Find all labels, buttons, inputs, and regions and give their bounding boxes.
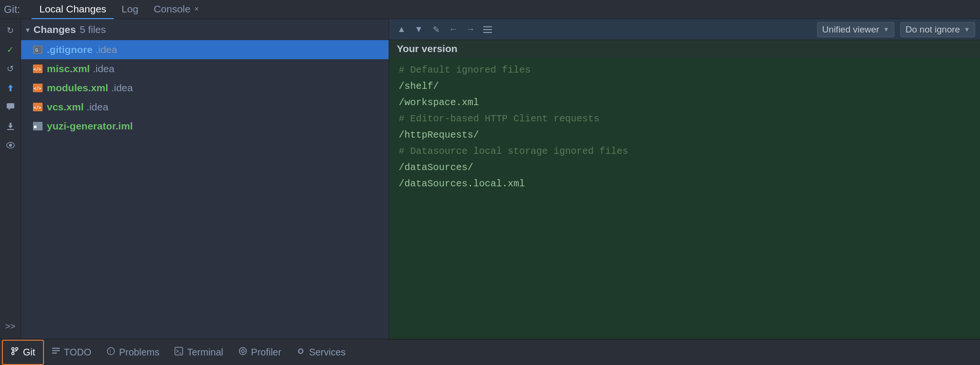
file-path-vcs: .idea [87,101,109,113]
chevron-icon: ▾ [26,25,30,34]
file-name-iml: yuzi-generator.iml [47,120,133,132]
comment-icon[interactable] [2,98,19,116]
svg-text:</>: </> [33,105,42,110]
svg-rect-20 [52,348,60,349]
todo-tab[interactable]: TODO [44,340,99,365]
terminal-tab-label: Terminal [187,347,223,358]
svg-text:</>: </> [33,67,42,72]
diff-panel: ▲ ▼ ✎ ← → Unified viewer ▼ Do not ignore… [389,19,980,339]
main-content: ↻ ✓ ↺ >> ▾ Changes 5 files [0,19,980,339]
git-tab-icon [11,347,19,358]
file-name-gitignore: .gitignore [47,44,93,55]
down-button[interactable]: ▼ [411,22,426,37]
download-icon[interactable] [2,118,19,135]
xml-file-icon-vcs: </> [33,102,43,112]
file-name-vcs: vcs.xml [47,101,84,113]
svg-point-3 [9,144,12,147]
svg-rect-14 [483,26,492,27]
file-name-misc: misc.xml [47,63,90,75]
up-button[interactable]: ▲ [394,22,409,37]
viewer-dropdown-arrow: ▼ [883,26,889,33]
ignore-dropdown[interactable]: Do not ignore ▼ [900,22,975,37]
tab-console[interactable]: Console × [146,0,206,19]
eye-icon[interactable] [2,137,19,154]
svg-rect-22 [52,353,57,354]
todo-tab-label: TODO [64,347,91,358]
svg-rect-16 [483,32,492,33]
svg-rect-21 [52,350,60,351]
left-button[interactable]: ← [446,22,461,37]
rollback-icon[interactable]: ↺ [2,60,19,77]
diff-line-5: /httpRequests/ [389,127,980,143]
git-tab-label: Git [23,347,35,358]
expand-icon[interactable]: >> [2,318,19,335]
git-label: Git: [4,3,26,16]
profiler-tab[interactable]: Profiler [231,340,289,365]
svg-rect-15 [483,29,492,30]
file-item-gitignore[interactable]: G .gitignore .idea [21,40,389,59]
tab-local-changes[interactable]: Local Changes [32,0,114,19]
gitignore-file-icon: G [33,44,43,55]
diff-line-8: /dataSources.local.xml [389,176,980,192]
file-item-iml[interactable]: ■ yuzi-generator.iml [21,117,389,136]
viewer-dropdown[interactable]: Unified viewer ▼ [817,22,894,37]
file-path-gitignore: .idea [96,44,118,55]
profiler-tab-icon [239,347,247,358]
diff-line-6: # Datasource local storage ignored files [389,143,980,160]
diff-line-7: /dataSources/ [389,160,980,176]
problems-tab-label: Problems [119,347,159,358]
profiler-tab-label: Profiler [251,347,281,358]
services-tab[interactable]: Services [289,340,353,365]
svg-point-18 [16,348,18,350]
right-button[interactable]: → [463,22,478,37]
svg-text:!: ! [109,349,111,354]
file-name-modules: modules.xml [47,82,108,94]
diff-line-1: # Default ignored files [389,62,980,78]
sidebar-icons: ↻ ✓ ↺ >> [0,19,21,339]
svg-point-27 [241,350,244,353]
tab-bar: Git: Local Changes Log Console × [0,0,980,19]
edit-button[interactable]: ✎ [428,22,444,37]
services-tab-icon [296,347,305,358]
terminal-tab-icon [174,347,183,358]
close-console-icon[interactable]: × [194,5,198,13]
menu-button[interactable] [480,22,495,37]
file-path-misc: .idea [93,63,115,75]
ignore-dropdown-arrow: ▼ [964,26,970,33]
refresh-icon[interactable]: ↻ [2,22,19,39]
todo-tab-icon [52,347,60,358]
file-item-misc[interactable]: </> misc.xml .idea [21,59,389,78]
check-icon[interactable]: ✓ [2,41,19,58]
git-tab[interactable]: Git [2,340,44,365]
problems-tab[interactable]: ! Problems [99,340,167,365]
bottom-bar: Git TODO ! Problems Termina [0,339,980,365]
problems-tab-icon: ! [107,347,115,358]
changes-title: Changes [33,24,76,35]
xml-file-icon-modules: </> [33,83,43,93]
services-tab-label: Services [309,347,346,358]
file-path-modules: .idea [111,82,133,94]
svg-text:■: ■ [34,124,37,129]
changes-count: 5 files [80,24,106,35]
svg-text:</>: </> [33,86,42,91]
file-item-vcs[interactable]: </> vcs.xml .idea [21,97,389,117]
changes-header: ▾ Changes 5 files [21,19,389,40]
settings-icon[interactable] [2,299,19,316]
diff-line-3: /workspace.xml [389,95,980,111]
svg-text:G: G [35,48,38,53]
diff-line-2: /shelf/ [389,78,980,95]
diff-content: # Default ignored files /shelf/ /workspa… [389,57,980,339]
xml-file-icon-misc: </> [33,64,43,74]
svg-rect-1 [7,129,14,130]
diff-toolbar: ▲ ▼ ✎ ← → Unified viewer ▼ Do not ignore… [389,19,980,40]
tab-log[interactable]: Log [114,0,146,19]
file-item-modules[interactable]: </> modules.xml .idea [21,78,389,97]
iml-file-icon: ■ [33,121,43,131]
terminal-tab[interactable]: Terminal [167,340,231,365]
svg-point-19 [12,353,14,355]
svg-point-17 [12,348,14,350]
file-list: G .gitignore .idea </> misc.xml [21,40,389,339]
push-icon[interactable] [2,79,19,97]
svg-rect-0 [7,103,14,108]
diff-line-4: # Editor-based HTTP Client requests [389,111,980,127]
